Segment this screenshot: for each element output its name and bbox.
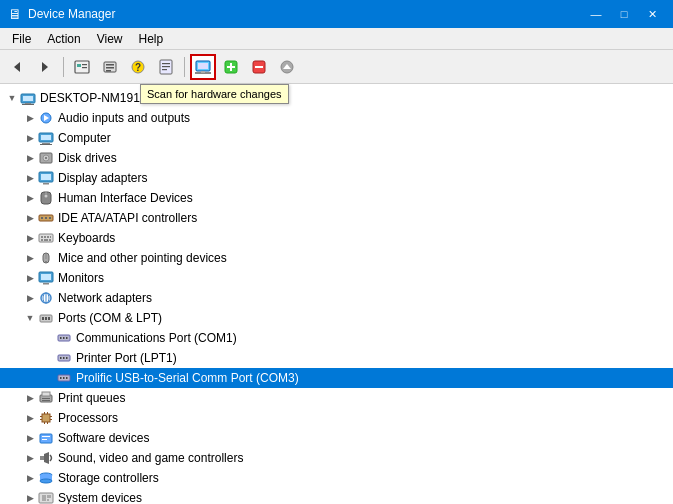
tree-item-network[interactable]: ▶Network adapters — [0, 288, 673, 308]
forward-button[interactable] — [32, 54, 58, 80]
expand-icon-display[interactable]: ▶ — [22, 170, 38, 186]
device-label-storage: Storage controllers — [58, 471, 159, 485]
svg-rect-13 — [162, 63, 170, 64]
update-driver-button[interactable] — [274, 54, 300, 80]
expand-icon-computer[interactable]: ▶ — [22, 130, 38, 146]
svg-rect-105 — [42, 495, 46, 501]
maximize-button[interactable]: □ — [611, 5, 637, 23]
device-icon-disk — [38, 150, 54, 166]
properties-button[interactable] — [153, 54, 179, 80]
tree-item-com3[interactable]: Prolific USB-to-Serial Comm Port (COM3) — [0, 368, 673, 388]
toolbar-sep-1 — [63, 57, 64, 77]
device-tree[interactable]: ▼ DESKTOP-NM1915E ▶Audio inputs and outp… — [0, 84, 673, 504]
expand-icon-print[interactable]: ▶ — [22, 390, 38, 406]
svg-rect-24 — [255, 66, 263, 68]
tree-item-computer[interactable]: ▶Computer — [0, 128, 673, 148]
scan-tooltip: Scan for hardware changes — [140, 84, 289, 104]
expand-icon-ports[interactable]: ▼ — [22, 310, 38, 326]
svg-rect-91 — [50, 419, 52, 420]
window-title: Device Manager — [28, 7, 583, 21]
help-button[interactable]: ? — [125, 54, 151, 80]
tree-item-print[interactable]: ▶Print queues — [0, 388, 673, 408]
expand-icon-disk[interactable]: ▶ — [22, 150, 38, 166]
svg-rect-72 — [60, 337, 62, 339]
svg-rect-7 — [106, 64, 114, 66]
tree-item-keyboards[interactable]: ▶Keyboards — [0, 228, 673, 248]
tree-item-ports[interactable]: ▼Ports (COM & LPT) — [0, 308, 673, 328]
expand-icon-ide[interactable]: ▶ — [22, 210, 38, 226]
tree-item-mice[interactable]: ▶Mice and other pointing devices — [0, 248, 673, 268]
tree-item-hid[interactable]: ▶Human Interface Devices — [0, 188, 673, 208]
tree-item-display[interactable]: ▶Display adapters — [0, 168, 673, 188]
svg-rect-28 — [23, 96, 33, 101]
menu-action[interactable]: Action — [39, 30, 88, 48]
menu-file[interactable]: File — [4, 30, 39, 48]
device-icon-system — [38, 490, 54, 504]
svg-rect-42 — [43, 183, 49, 185]
toggle-view-button[interactable] — [69, 54, 95, 80]
device-icon-display — [38, 170, 54, 186]
tree-item-sound[interactable]: ▶Sound, video and game controllers — [0, 448, 673, 468]
svg-rect-82 — [66, 377, 68, 379]
minimize-button[interactable]: — — [583, 5, 609, 23]
expand-icon-audio[interactable]: ▶ — [22, 110, 38, 126]
tree-item-monitors[interactable]: ▶Monitors — [0, 268, 673, 288]
close-button[interactable]: ✕ — [639, 5, 665, 23]
device-icon-computer — [38, 130, 54, 146]
menu-help[interactable]: Help — [131, 30, 172, 48]
remove-device-button[interactable] — [246, 54, 272, 80]
device-icon-mice — [38, 250, 54, 266]
scan-hardware-button[interactable] — [190, 54, 216, 80]
svg-rect-48 — [45, 217, 47, 219]
tree-item-disk[interactable]: ▶Disk drives — [0, 148, 673, 168]
expand-icon-software[interactable]: ▶ — [22, 430, 38, 446]
device-label-monitors: Monitors — [58, 271, 104, 285]
svg-marker-1 — [42, 62, 48, 72]
tree-root[interactable]: ▼ DESKTOP-NM1915E — [0, 88, 673, 108]
root-expand-icon[interactable]: ▼ — [4, 90, 20, 106]
svg-rect-106 — [47, 495, 51, 498]
tree-item-system[interactable]: ▶System devices — [0, 488, 673, 504]
svg-rect-98 — [42, 439, 47, 440]
svg-rect-95 — [47, 422, 48, 424]
svg-rect-3 — [77, 64, 81, 67]
expand-icon-system[interactable]: ▶ — [22, 490, 38, 504]
title-bar: 🖥 Device Manager — □ ✕ — [0, 0, 673, 28]
menu-view[interactable]: View — [89, 30, 131, 48]
tree-item-processors[interactable]: ▶Processors — [0, 408, 673, 428]
expand-icon-keyboards[interactable]: ▶ — [22, 230, 38, 246]
device-icon-storage — [38, 470, 54, 486]
view-resources-button[interactable] — [97, 54, 123, 80]
expand-icon-monitors[interactable]: ▶ — [22, 270, 38, 286]
svg-rect-94 — [44, 422, 45, 424]
svg-rect-70 — [48, 317, 50, 320]
device-label-lpt1: Printer Port (LPT1) — [76, 351, 177, 365]
expand-icon-network[interactable]: ▶ — [22, 290, 38, 306]
device-label-mice: Mice and other pointing devices — [58, 251, 227, 265]
device-icon-print — [38, 390, 54, 406]
add-device-button[interactable] — [218, 54, 244, 80]
tree-item-com1[interactable]: Communications Port (COM1) — [0, 328, 673, 348]
svg-rect-90 — [50, 416, 52, 417]
svg-rect-107 — [47, 499, 49, 501]
expand-icon-processors[interactable]: ▶ — [22, 410, 38, 426]
svg-rect-47 — [41, 217, 43, 219]
tree-item-audio[interactable]: ▶Audio inputs and outputs — [0, 108, 673, 128]
svg-point-103 — [40, 479, 52, 483]
svg-rect-53 — [47, 236, 49, 238]
tree-item-lpt1[interactable]: Printer Port (LPT1) — [0, 348, 673, 368]
svg-rect-8 — [106, 67, 114, 69]
tree-item-software[interactable]: ▶Software devices — [0, 428, 673, 448]
device-label-ports: Ports (COM & LPT) — [58, 311, 162, 325]
expand-icon-hid[interactable]: ▶ — [22, 190, 38, 206]
expand-icon-sound[interactable]: ▶ — [22, 450, 38, 466]
window-controls: — □ ✕ — [583, 5, 665, 23]
device-icon-sound — [38, 450, 54, 466]
device-label-network: Network adapters — [58, 291, 152, 305]
svg-rect-36 — [40, 144, 52, 145]
expand-icon-mice[interactable]: ▶ — [22, 250, 38, 266]
expand-icon-storage[interactable]: ▶ — [22, 470, 38, 486]
tree-item-storage[interactable]: ▶Storage controllers — [0, 468, 673, 488]
back-button[interactable] — [4, 54, 30, 80]
tree-item-ide[interactable]: ▶IDE ATA/ATAPI controllers — [0, 208, 673, 228]
